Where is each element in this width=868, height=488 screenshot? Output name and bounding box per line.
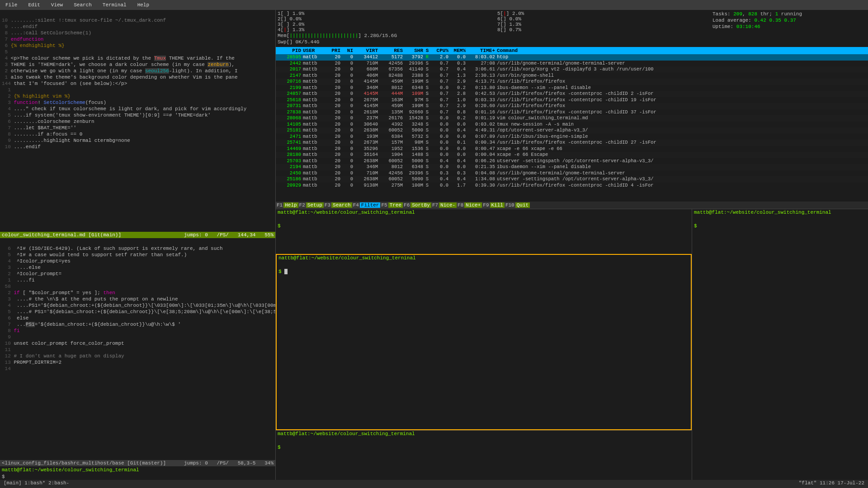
terminal-bottom-left[interactable]: mattb@flat:~/website/colour_switching_te… [276,430,692,480]
htop-row[interactable]: 20929 mattb 20 0 9138M 275M 100M S 0.0 1… [276,183,868,189]
htop-load: Load average: 0.42 0.35 0.37 [712,17,866,23]
cpu-6: 6[] 0.0% [497,16,708,22]
htop-fn2[interactable]: F2Setup [298,202,324,209]
menu-search[interactable]: Search [72,2,94,8]
right-panel: 1[ ] 1.9% 5[|] 2.0% 2[] 0.0% 6[] 0.0% [276,10,868,480]
editor-pos-2: jumps: 0 /PS/ 58,3-5 34% [184,460,274,466]
terminal-left-column: mattb@flat:~/website/colour_switching_te… [276,209,692,480]
htop-fn7[interactable]: F7Nice- [431,202,457,209]
terminal-bottom-left-body[interactable]: $ [276,437,692,480]
htop-row[interactable]: 27838 mattb 20 0 2618M 135M 92660 S 0.7 … [276,109,868,116]
htop-fn4[interactable]: F4Filter [352,202,381,209]
htop-header: 1[ ] 1.9% 5[|] 2.0% 2[] 0.0% 6[] 0.0% [276,10,868,46]
bottom-statusbar: [main] 1:bash* 2:bash- "flat" 11:26 17-J… [0,480,868,488]
htop-row[interactable]: 25618 mattb 20 0 2675M 163M 97M S 0.7 1.… [276,97,868,103]
terminal-top-right-body[interactable]: $ [692,216,868,480]
htop-row[interactable]: 25181 mattb 20 0 2638M 60052 5000 S 0.0 … [276,127,868,134]
cpu-4: 4[|] 1.3% [278,27,488,33]
terminal-top-left[interactable]: mattb@flat:~/website/colour_switching_te… [276,209,692,254]
htop-fn3[interactable]: F3Search [324,202,352,209]
tmux-session-info: [main] 1:bash* 2:bash- [4,480,69,488]
editor-statusbar-2: <linux_config_files/bashrc_multihost/bas… [0,460,275,466]
htop-cpu-meters: 1[ ] 1.9% 5[|] 2.0% 2[] 0.0% 6[] 0.0% [278,11,708,45]
htop-table-header: PID USER PRI NI VIRT RES SHR S CPU% MEM%… [276,47,868,54]
terminal-bottom-left-title: mattb@flat:~/website/colour_switching_te… [276,431,692,437]
htop-process-list: 28595 mattb 20 0 34412 5172 3792 R 2.0 0… [276,54,868,202]
editor-filename-2: <linux_config_files/bashrc_multihost/bas… [2,460,166,466]
terminal-top-right[interactable]: mattb@flat:~/website/colour_switching_te… [692,209,868,480]
htop-mem-row: Mem[|||||||||||||||||||||||] 2.28G/15.6G [278,33,708,39]
terminal-top-right-title: mattb@flat:~/website/colour_switching_te… [692,209,868,216]
htop-row[interactable]: 20716 mattb 20 0 4145M 459M 199M S 0.7 2… [276,79,868,85]
terminal-top-left-title: mattb@flat:~/website/colour_switching_te… [276,209,692,216]
editor-shell-prompt: mattb@flat:~/website/colour_switching_te… [0,466,275,474]
cpu-3: 3[ ] 2.0% [278,22,488,27]
cpu-8: 8[] 0.7% [497,27,708,33]
menu-edit[interactable]: Edit [26,2,42,8]
htop-panel: 1[ ] 1.9% 5[|] 2.0% 2[] 0.0% 6[] 0.0% [276,10,868,209]
terminal-active[interactable]: nattb@flat:~/website/colour_switching_te… [276,254,692,430]
term-prompt-text: $ [278,223,281,229]
cpu-row-3: 3[ ] 2.0% 7[] 1.3% [278,22,708,27]
terminal-active-title: nattb@flat:~/website/colour_switching_te… [277,255,691,261]
htop-fn6[interactable]: F6SortBy [403,202,431,209]
editor-prompt-text: mattb@flat:~/website/colour_switching_te… [2,467,139,473]
editor-content-2[interactable]: 6 ^I# (ISO/IEC-6429). (Lack of such supp… [0,238,275,460]
htop-row[interactable]: 2147 mattb 20 0 406M 82488 2388 S 0.7 1.… [276,73,868,79]
menu-view[interactable]: View [49,2,65,8]
htop-right-info: Tasks: 209, 828 thr; 1 running Load aver… [708,11,866,45]
tmux-time-info: "flat" 11:26 17-Jul-22 [799,480,864,488]
htop-row[interactable]: 28180 mattb 20 0 35164 1904 1488 S 0.0 0… [276,152,868,158]
htop-fn1[interactable]: F1Help [276,202,298,209]
menu-help[interactable]: Help [136,2,151,8]
htop-row[interactable]: 2199 mattb 20 0 346M 8012 6348 S 0.0 0.2… [276,85,868,91]
editor-statusbar-1: colour_switching_terminal.md [Git(main)]… [0,232,275,238]
vim-editor-panel: 10 ........:silent !:tmux source-file ~/… [0,10,276,480]
htop-row[interactable]: 2442 mattb 20 0 710M 42456 29396 S 0.7 0… [276,61,868,67]
htop-row[interactable]: 25186 mattb 20 0 2638M 60052 5000 S 0.4 … [276,176,868,183]
cpu-2: 2[] 0.0% [278,16,488,22]
editor-pos-1: jumps: 0 /PS/ 144,34 55% [184,232,274,238]
cpu-7: 7[] 1.3% [497,22,708,27]
htop-fn9[interactable]: F9Kill [482,202,505,209]
menu-file[interactable]: File [4,2,19,8]
htop-uptime: Uptime: 03:10:46 [712,23,866,30]
htop-fn8[interactable]: F8Nice+ [457,202,482,209]
htop-row[interactable]: 2194 mattb 20 0 346M 8012 6348 S 0.0 0.0… [276,164,868,170]
main-area: 10 ........:silent !:tmux source-file ~/… [0,10,868,480]
cpu-row-1: 1[ ] 1.9% 5[|] 2.0% [278,11,708,16]
terminals-area: mattb@flat:~/website/colour_switching_te… [276,209,868,480]
menu-terminal[interactable]: Terminal [101,2,128,8]
editor-content[interactable]: 10 ........:silent !:tmux source-file ~/… [0,10,275,232]
cpu-row-2: 2[] 0.0% 6[] 0.0% [278,16,708,22]
htop-fn5[interactable]: F5Tree [380,202,403,209]
htop-row[interactable]: 20731 mattb 20 0 4145M 459M 199M S 0.7 2… [276,103,868,109]
htop-row[interactable]: 2450 mattb 20 0 710M 42456 29396 S 0.3 0… [276,170,868,177]
htop-swp-row: Swp[] 0K/5.44G [278,39,708,45]
menubar: File Edit View Search Terminal Help [0,0,868,10]
htop-row-highlighted[interactable]: 28595 mattb 20 0 34412 5172 3792 R 2.0 0… [276,54,868,61]
htop-row[interactable]: 2017 mattb 20 0 680M 67356 41140 S 0.7 0… [276,66,868,73]
htop-tasks: Tasks: 209, 828 thr; 1 running [712,11,866,17]
cpu-1: 1[ ] 1.9% [278,11,488,16]
htop-fn10[interactable]: F10Quit [505,202,530,209]
htop-row[interactable]: 25703 mattb 20 0 2638M 60052 5000 S 0.4 … [276,158,868,164]
editor-shell-dollar[interactable]: $ [0,474,275,480]
terminal-active-body[interactable]: $ [277,261,691,429]
editor-filename-1: colour_switching_terminal.md [Git(main)] [2,232,121,238]
terminal-right-column: mattb@flat:~/website/colour_switching_te… [692,209,868,480]
htop-row[interactable]: 14105 mattb 20 0 30640 4392 3248 S 0.0 0… [276,122,868,128]
cpu-5: 5[|] 2.0% [497,11,708,16]
cpu-row-4: 4[|] 1.3% 8[] 0.7% [278,27,708,33]
htop-row[interactable]: 25741 mattb 20 0 2673M 157M 98M S 0.0 0.… [276,140,868,146]
htop-row[interactable]: 24857 mattb 20 0 4145M 444M 109M S 0.7 2… [276,91,868,97]
htop-row[interactable]: 14469 mattb 20 0 35296 1952 1536 S 0.0 0… [276,146,868,152]
htop-row[interactable]: 28068 mattb 20 0 237M 26176 15428 S 0.0 … [276,115,868,122]
htop-footer: F1Help F2Setup F3Search F4Filter F5Tree … [276,202,868,209]
htop-row[interactable]: 2471 mattb 20 0 193M 6384 5732 S 0.0 0.0… [276,134,868,140]
terminal-top-left-body[interactable]: $ [276,216,692,254]
